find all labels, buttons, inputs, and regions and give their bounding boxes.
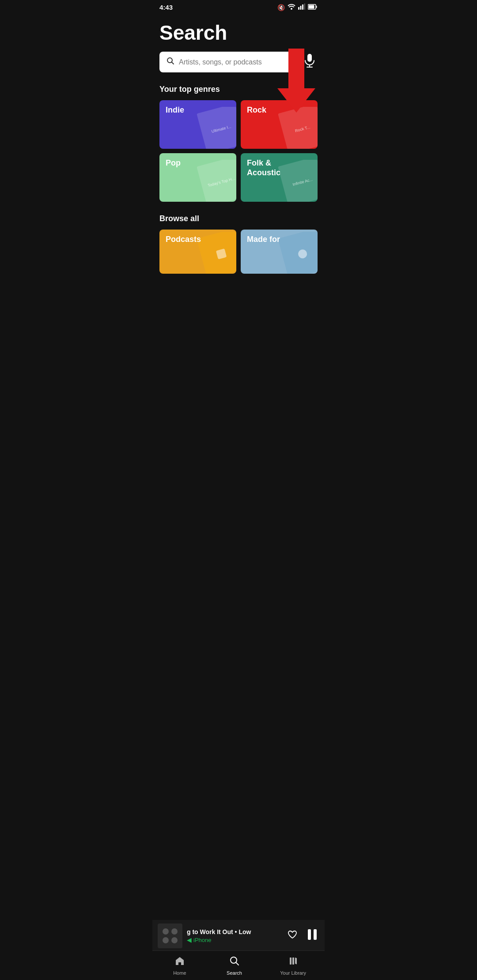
svg-rect-4 bbox=[304, 4, 306, 10]
svg-rect-7 bbox=[309, 5, 314, 8]
genre-art-pop: Today's Top H... bbox=[197, 160, 236, 202]
svg-rect-11 bbox=[307, 54, 312, 62]
genre-card-folk[interactable]: Folk & Acoustic Infinite Ac... bbox=[241, 153, 318, 202]
search-input[interactable] bbox=[179, 58, 289, 66]
main-content: Search bbox=[152, 13, 325, 335]
svg-rect-6 bbox=[316, 6, 317, 8]
search-bar-row bbox=[159, 52, 318, 72]
battery-icon bbox=[308, 4, 318, 11]
svg-rect-3 bbox=[302, 4, 303, 10]
browse-label-podcasts: Podcasts bbox=[166, 235, 201, 244]
genre-card-pop[interactable]: Pop Today's Top H... bbox=[159, 153, 236, 202]
genre-grid: Indie Ultimate I... Rock Rock T... Pop T… bbox=[159, 100, 318, 202]
search-bar[interactable] bbox=[159, 52, 296, 72]
genre-label-folk: Folk & Acoustic bbox=[247, 158, 280, 177]
browse-label-made-for: Made for bbox=[247, 235, 280, 244]
browse-grid: Podcasts Made for bbox=[159, 230, 318, 274]
svg-rect-1 bbox=[298, 7, 299, 10]
page-title: Search bbox=[159, 21, 318, 45]
browse-art-podcasts bbox=[197, 232, 236, 274]
top-genres-heading: Your top genres bbox=[159, 85, 318, 94]
svg-rect-2 bbox=[300, 6, 302, 10]
mute-icon: 🔇 bbox=[277, 4, 285, 11]
svg-point-15 bbox=[297, 248, 308, 259]
status-bar: 4:43 🔇 bbox=[152, 0, 325, 13]
genre-art-rock: Rock T... bbox=[278, 107, 318, 149]
genre-card-rock[interactable]: Rock Rock T... bbox=[241, 100, 318, 149]
search-bar-icon bbox=[167, 57, 174, 67]
status-time: 4:43 bbox=[159, 4, 173, 11]
genre-label-indie: Indie bbox=[166, 106, 184, 115]
svg-line-10 bbox=[172, 62, 174, 64]
genre-label-pop: Pop bbox=[166, 158, 181, 168]
genre-art-folk: Infinite Ac... bbox=[278, 160, 318, 202]
genre-art-indie: Ultimate I... bbox=[197, 107, 236, 149]
browse-card-made-for[interactable]: Made for bbox=[241, 230, 318, 274]
signal-icon bbox=[298, 4, 305, 11]
mic-icon bbox=[303, 53, 316, 71]
svg-point-0 bbox=[291, 8, 292, 10]
browse-card-podcasts[interactable]: Podcasts bbox=[159, 230, 236, 274]
status-icons: 🔇 bbox=[277, 4, 318, 11]
browse-art-made-for bbox=[278, 232, 318, 274]
genre-card-indie[interactable]: Indie Ultimate I... bbox=[159, 100, 236, 149]
wifi-icon bbox=[288, 4, 295, 11]
browse-all-heading: Browse all bbox=[159, 214, 318, 223]
genre-label-rock: Rock bbox=[247, 106, 266, 115]
svg-rect-14 bbox=[216, 248, 227, 259]
mic-button[interactable] bbox=[302, 52, 318, 72]
